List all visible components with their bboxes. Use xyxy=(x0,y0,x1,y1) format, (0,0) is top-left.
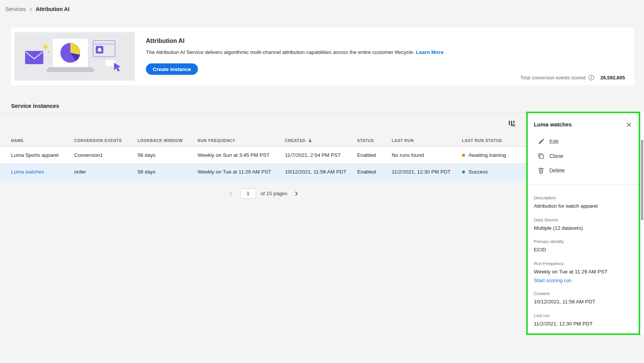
column-header-run-frequency[interactable]: RUN FREQUENCY xyxy=(198,138,285,143)
pagination: of 15 pages xyxy=(0,188,527,199)
service-illustration xyxy=(14,32,135,80)
service-instances-heading: Service instances xyxy=(11,103,59,109)
delete-button[interactable]: Delete xyxy=(534,163,633,178)
clone-icon xyxy=(538,153,544,159)
panel-title: Luma watches xyxy=(534,122,572,128)
breadcrumb-separator-icon xyxy=(29,7,32,11)
table-row-luma-sports-apparel[interactable]: Luma Sports apparel Conversion1 56 days … xyxy=(0,147,527,164)
awaiting-training-status-dot xyxy=(462,154,465,157)
cell-conversion-events: Conversion1 xyxy=(74,152,138,158)
primary-identity-label: Primary identity xyxy=(534,239,633,244)
last-run-value: 11/2/2021, 12:30 PM PDT xyxy=(534,320,633,327)
created-value: 10/12/2021, 11:56 AM PDT xyxy=(534,298,633,305)
cell-run-frequency: Weekly on Sun at 3:45 PM PST xyxy=(198,152,285,158)
column-header-last-run-status[interactable]: LAST RUN STATUS xyxy=(462,138,527,143)
cell-name: Luma watches xyxy=(11,169,74,175)
breadcrumb-current: Attribution AI xyxy=(36,6,70,12)
total-conversion-events-label: Total conversion events scored xyxy=(520,75,585,80)
page-number-input[interactable] xyxy=(240,188,256,199)
info-icon[interactable] xyxy=(589,75,594,80)
primary-identity-value: ECID xyxy=(534,246,633,253)
description-label: Description xyxy=(534,196,633,200)
table-row-luma-watches[interactable]: Luma watches order 56 days Weekly on Tue… xyxy=(0,164,527,180)
clone-label: Clone xyxy=(549,153,563,159)
run-frequency-label: Run Frequency xyxy=(534,261,633,266)
last-run-field: Last run 11/2/2021, 12:30 PM PDT xyxy=(534,313,633,327)
table-header-row: NAME CONVERSION EVENTS LOOKBACK WINDOW R… xyxy=(0,134,527,147)
column-settings-icon[interactable] xyxy=(507,118,517,128)
service-hero-card: Attribution AI The Attribution AI Servic… xyxy=(11,27,634,85)
breadcrumb-link-services[interactable]: Services xyxy=(5,6,26,12)
service-description: The Attribution AI Service delivers algo… xyxy=(146,49,488,55)
next-page-icon[interactable] xyxy=(292,189,301,198)
cell-status: Enabled xyxy=(357,169,392,175)
page-count-label: of 15 pages xyxy=(261,191,288,196)
create-instance-button[interactable]: Create instance xyxy=(146,63,198,75)
cell-conversion-events: order xyxy=(74,169,138,175)
column-header-lookback-window[interactable]: LOOKBACK WINDOW xyxy=(138,138,198,143)
instance-detail-panel: Luma watches Edit Clone xyxy=(526,112,640,335)
service-title: Attribution AI xyxy=(146,38,488,44)
column-header-status[interactable]: STATUS xyxy=(357,138,392,143)
cell-status: Enabled xyxy=(357,152,392,158)
learn-more-link[interactable]: Learn More xyxy=(416,49,444,55)
cell-name: Luma Sports apparel xyxy=(11,152,74,158)
run-frequency-value: Weekly on Tue at 11:29 AM PST xyxy=(534,268,633,275)
cell-last-run-status: Awaiting training xyxy=(462,152,527,158)
sort-descending-icon xyxy=(308,138,312,143)
cell-lookback-window: 56 days xyxy=(138,169,198,175)
description-value: Attribution for watch apparel xyxy=(534,203,633,210)
created-label: Created xyxy=(534,291,633,296)
edit-icon xyxy=(538,138,544,145)
total-conversion-events-value: 26,592,605 xyxy=(600,75,625,80)
delete-label: Delete xyxy=(549,167,565,174)
cell-created: 10/12/2021, 11:56 AM PDT xyxy=(285,169,357,175)
data-source-link[interactable]: Multiple (12 datasets) xyxy=(534,225,633,232)
delete-icon xyxy=(538,167,544,174)
data-source-label: Data Source xyxy=(534,218,633,222)
last-run-label: Last run xyxy=(534,313,633,318)
previous-page-icon[interactable] xyxy=(226,189,236,198)
cell-lookback-window: 56 days xyxy=(138,152,198,158)
total-conversion-events: Total conversion events scored 26,592,60… xyxy=(520,75,625,80)
edit-label: Edit xyxy=(549,139,559,145)
cell-last-run: No runs found xyxy=(392,152,462,158)
close-icon[interactable] xyxy=(625,121,633,128)
data-source-field: Data Source Multiple (12 datasets) xyxy=(534,218,633,232)
edit-button[interactable]: Edit xyxy=(534,134,633,149)
cell-created: 11/7/2021, 2:54 PM PST xyxy=(285,152,357,158)
cell-last-run: 11/2/2021, 12:30 PM PDT xyxy=(392,169,462,175)
start-scoring-run-link[interactable]: Start scoring run xyxy=(534,278,633,283)
created-field: Created 10/12/2021, 11:56 AM PDT xyxy=(534,291,633,305)
instance-link-luma-watches[interactable]: Luma watches xyxy=(11,169,44,175)
clone-button[interactable]: Clone xyxy=(534,149,633,163)
column-header-name[interactable]: NAME xyxy=(11,138,74,143)
cell-run-frequency: Weekly on Tue at 11:29 AM PST xyxy=(198,169,285,175)
scrollbar-thumb[interactable] xyxy=(641,140,643,220)
description-field: Description Attribution for watch appare… xyxy=(534,196,633,210)
column-header-last-run[interactable]: LAST RUN xyxy=(392,138,462,143)
breadcrumb: Services Attribution AI xyxy=(5,6,70,12)
success-status-dot xyxy=(462,170,465,174)
scrollbar-track xyxy=(640,112,644,335)
cell-last-run-status: Success xyxy=(462,169,527,175)
column-header-created[interactable]: CREATED xyxy=(285,138,357,143)
primary-identity-field: Primary identity ECID xyxy=(534,239,633,253)
run-frequency-field: Run Frequency Weekly on Tue at 11:29 AM … xyxy=(534,261,633,284)
column-header-conversion-events[interactable]: CONVERSION EVENTS xyxy=(74,138,138,143)
